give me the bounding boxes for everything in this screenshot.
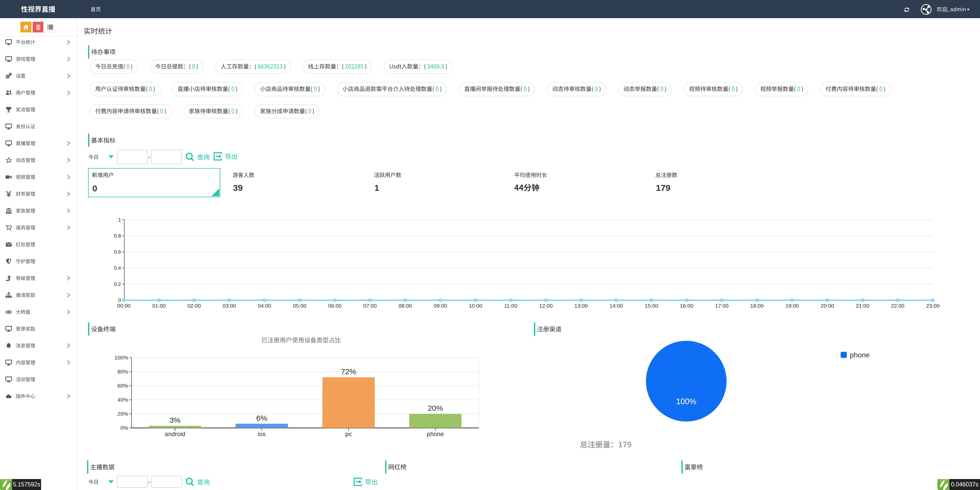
svg-text:phone: phone	[850, 351, 870, 359]
svg-text:100%: 100%	[676, 397, 696, 406]
